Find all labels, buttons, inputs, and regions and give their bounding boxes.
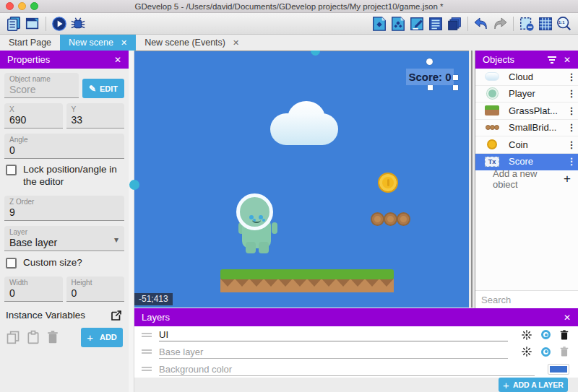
- resize-handle[interactable]: [428, 85, 433, 90]
- z-order-input[interactable]: [9, 206, 119, 218]
- debug-icon[interactable]: [69, 14, 87, 33]
- search-input[interactable]: [481, 295, 578, 305]
- custom-size-checkbox[interactable]: [6, 258, 17, 269]
- drag-handle-icon[interactable]: [142, 348, 152, 355]
- tab-start-page[interactable]: Start Page: [0, 35, 60, 51]
- add-layer-button[interactable]: ADD A LAYER: [499, 378, 568, 392]
- scene-properties-icon[interactable]: [370, 14, 389, 33]
- coin-sprite[interactable]: [378, 173, 398, 193]
- x-input[interactable]: [9, 114, 58, 126]
- edit-scene-icon[interactable]: [407, 14, 426, 33]
- properties-panel-title: Properties: [7, 54, 50, 65]
- object-menu-icon[interactable]: [565, 156, 578, 167]
- add-new-object-label: Add a new object: [493, 168, 564, 190]
- drag-handle-icon[interactable]: [142, 331, 152, 339]
- undo-icon[interactable]: [472, 14, 491, 33]
- tab-new-scene[interactable]: New scene: [60, 35, 136, 51]
- background-color-swatch[interactable]: [548, 364, 569, 375]
- x-field[interactable]: X: [4, 103, 63, 129]
- play-icon[interactable]: [50, 14, 69, 33]
- y-field[interactable]: Y: [66, 103, 125, 129]
- add-variable-button[interactable]: ADD: [81, 328, 123, 347]
- delete-layer-icon[interactable]: [559, 329, 569, 341]
- layer-visibility-icon[interactable]: [541, 330, 551, 339]
- close-icon[interactable]: [114, 54, 121, 65]
- object-row-smallbridge[interactable]: SmallBrid...: [475, 120, 578, 137]
- angle-field[interactable]: Angle: [4, 134, 124, 159]
- layer-name-input[interactable]: [159, 328, 508, 341]
- objects-panel-empty-area: [475, 188, 578, 290]
- layer-effects-icon[interactable]: [521, 329, 532, 341]
- object-row-cloud[interactable]: Cloud: [475, 69, 578, 86]
- events-sheet-icon[interactable]: [426, 14, 445, 33]
- object-row-player[interactable]: Player: [475, 86, 578, 103]
- layer-name-input[interactable]: [159, 346, 508, 358]
- plus-icon[interactable]: [564, 172, 571, 186]
- layer-name-input[interactable]: [159, 363, 535, 375]
- angle-input[interactable]: [9, 144, 119, 156]
- height-input[interactable]: [72, 287, 120, 299]
- grass-platform-sprite[interactable]: [220, 269, 394, 295]
- close-window-button[interactable]: [6, 2, 14, 10]
- width-field[interactable]: Width: [4, 276, 63, 302]
- object-name: Score: [509, 156, 565, 167]
- tab-new-scene-events[interactable]: New scene (Events): [136, 35, 248, 51]
- edit-object-button[interactable]: EDIT: [82, 79, 124, 98]
- zoom-original-icon[interactable]: 1:1: [555, 14, 574, 33]
- minimize-window-button[interactable]: [18, 2, 26, 10]
- grass-thumbnail: [485, 105, 499, 116]
- layer-visibility-icon[interactable]: [541, 347, 551, 357]
- player-thumbnail: [487, 88, 498, 99]
- bridge-thumbnail: [486, 125, 499, 130]
- resize-handle[interactable]: [453, 85, 458, 90]
- delete-layer-icon[interactable]: [559, 346, 569, 357]
- toggle-mask-icon[interactable]: [517, 14, 536, 33]
- object-menu-icon[interactable]: [565, 105, 578, 116]
- layers-panel-title: Layers: [142, 312, 170, 323]
- redo-icon[interactable]: [491, 14, 509, 33]
- height-field[interactable]: Height: [66, 276, 125, 302]
- object-menu-icon[interactable]: [565, 88, 578, 99]
- cloud-sprite[interactable]: [270, 101, 338, 145]
- object-name: Cloud: [509, 71, 565, 82]
- resize-handle[interactable]: [453, 75, 458, 80]
- close-tab-icon[interactable]: [233, 38, 239, 48]
- layer-dropdown[interactable]: Layer: [4, 226, 124, 251]
- width-input[interactable]: [9, 287, 58, 299]
- scene-canvas[interactable]: Score: 0 -51;413: [134, 51, 469, 308]
- object-menu-icon[interactable]: [565, 122, 578, 133]
- cloud-thumbnail: [485, 72, 499, 81]
- close-icon[interactable]: [564, 54, 571, 65]
- object-row-grassplatform[interactable]: GrassPlat...: [475, 103, 578, 120]
- copy-icon[interactable]: [6, 330, 20, 344]
- objects-editor-icon[interactable]: [389, 14, 407, 33]
- object-menu-icon[interactable]: [565, 71, 578, 82]
- layer-effects-icon[interactable]: [521, 346, 532, 357]
- canvas-vertical-scrollbar[interactable]: [469, 51, 475, 308]
- lock-position-checkbox[interactable]: [6, 165, 17, 175]
- trash-icon[interactable]: [46, 330, 59, 344]
- panel-splitter[interactable]: [129, 51, 134, 392]
- instances-list-icon[interactable]: [445, 14, 464, 33]
- rotation-handle[interactable]: [426, 58, 433, 65]
- drag-handle-icon[interactable]: [142, 365, 152, 373]
- start-page-icon[interactable]: [23, 14, 42, 33]
- paste-icon[interactable]: [26, 330, 40, 344]
- project-manager-icon[interactable]: [4, 14, 23, 33]
- close-tab-icon[interactable]: [121, 38, 127, 48]
- z-order-field[interactable]: Z Order: [4, 196, 124, 221]
- add-new-object-row[interactable]: Add a new object: [475, 170, 578, 188]
- canvas-scroll-indicator-left[interactable]: [129, 180, 139, 190]
- layer-value[interactable]: [9, 237, 119, 248]
- close-icon[interactable]: [564, 312, 571, 323]
- maximize-window-button[interactable]: [30, 2, 38, 10]
- filter-icon[interactable]: [548, 56, 556, 64]
- open-in-new-icon[interactable]: [110, 309, 123, 322]
- toggle-grid-icon[interactable]: [536, 14, 555, 33]
- properties-panel: Properties Object name EDIT X: [0, 51, 129, 392]
- score-text-object[interactable]: Score: 0: [406, 69, 454, 85]
- small-bridge-sprite[interactable]: [371, 212, 410, 226]
- object-row-coin[interactable]: Coin: [475, 136, 578, 154]
- y-input[interactable]: [72, 114, 120, 126]
- object-menu-icon[interactable]: [565, 139, 578, 150]
